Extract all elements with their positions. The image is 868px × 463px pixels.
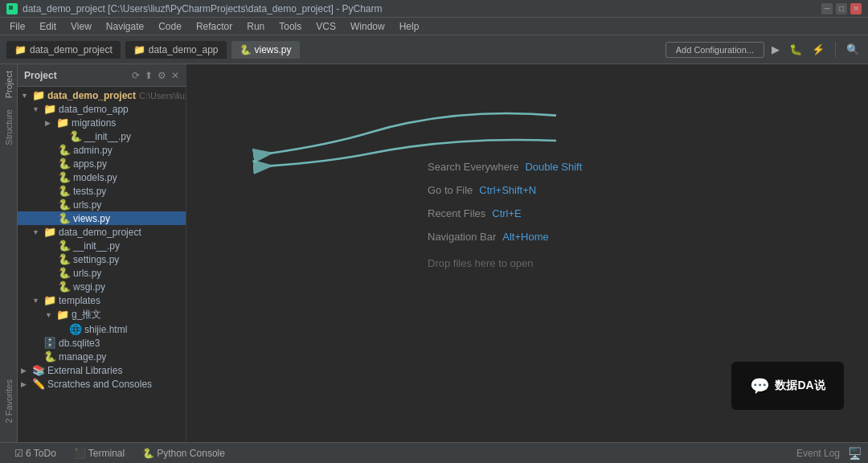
tree-external-libs[interactable]: ▶ 📚 External Libraries (18, 363, 186, 377)
project-strip-label[interactable]: Project (2, 68, 15, 101)
watermark: 💬 数据DA说 (731, 362, 844, 410)
manage-py-icon: 🐍 (43, 350, 56, 363)
tree-data-demo-app[interactable]: ▼ 📁 data_demo_app (18, 102, 186, 116)
html-file-icon: 🌐 (69, 323, 82, 335)
wsgi-py-icon: 🐍 (58, 281, 71, 293)
event-log-label[interactable]: Event Log (796, 448, 840, 459)
tree-init-py[interactable]: 🐍 __init__.py (18, 129, 186, 143)
tab-terminal[interactable]: ⬛ Terminal (66, 446, 133, 461)
menu-view[interactable]: View (64, 19, 98, 34)
menu-refactor[interactable]: Refactor (190, 19, 239, 34)
shortcut-nav-label: Navigation Bar (428, 231, 496, 243)
sync-icon[interactable]: ⟳ (132, 70, 140, 81)
g-tuiwen-folder-icon: 📁 (56, 309, 69, 321)
tree-apps-py[interactable]: 🐍 apps.py (18, 157, 186, 170)
maximize-button[interactable]: □ (836, 3, 847, 14)
tree-settings-py[interactable]: 🐍 settings.py (18, 252, 186, 266)
templates-folder-icon: 📁 (43, 294, 56, 306)
menu-window[interactable]: Window (344, 19, 391, 34)
menu-vcs[interactable]: VCS (309, 19, 342, 34)
tree-shijie-html[interactable]: 🌐 shijie.html (18, 322, 186, 336)
shortcut-nav-bar: Navigation Bar Alt+Home (428, 231, 582, 243)
admin-py-icon: 🐍 (58, 144, 71, 156)
ext-libs-icon: 📚 (32, 364, 45, 376)
tree-root[interactable]: ▼ 📁 data_demo_project C:\Users\liuzf\ (18, 88, 186, 102)
debug-icon[interactable]: 🐛 (787, 41, 805, 58)
tree-admin-py[interactable]: 🐍 admin.py (18, 143, 186, 157)
terminal-label: Terminal (88, 448, 125, 459)
migrations-arrow: ▶ (45, 119, 56, 127)
tab-data-demo-project[interactable]: 📁 data_demo_project (6, 41, 121, 59)
run-icon[interactable]: ▶ (769, 41, 782, 58)
favorites-strip-label[interactable]: 2 Favorites (2, 376, 15, 426)
pycharm-icon (6, 3, 18, 14)
app-folder-icon: 📁 (43, 103, 56, 115)
root-arrow: ▼ (21, 92, 32, 100)
tree-migrations[interactable]: ▶ 📁 migrations (18, 116, 186, 129)
folder-icon2: 📁 (133, 44, 145, 55)
tab-data-demo-app[interactable]: 📁 data_demo_app (125, 41, 227, 59)
app-arrow: ▼ (32, 105, 43, 113)
init-py-icon: 🐍 (69, 130, 82, 142)
minimize-button[interactable]: ─ (821, 3, 833, 14)
run-config-button[interactable]: Add Configuration... (665, 42, 764, 58)
left-strip: Project Structure 2 Favorites (0, 64, 18, 442)
menu-edit[interactable]: Edit (33, 19, 63, 34)
tree-wsgi-py[interactable]: 🐍 wsgi.py (18, 280, 186, 293)
python-console-label: Python Console (157, 448, 225, 459)
close-button[interactable]: ✕ (850, 3, 862, 14)
tree-urls-py-proj[interactable]: 🐍 urls.py (18, 266, 186, 280)
tree-db-sqlite3[interactable]: 🗄️ db.sqlite3 (18, 336, 186, 350)
bottom-right: Event Log 🖥️ (796, 447, 862, 460)
tab-views-py[interactable]: 🐍 views.py (231, 41, 300, 59)
terminal-icon: ⬛ (74, 448, 86, 459)
main-layout: Project Structure 2 Favorites Project ⟳ … (0, 64, 868, 442)
tree-scratches[interactable]: ▶ ✏️ Scratches and Consoles (18, 377, 186, 391)
shortcuts-panel: Search Everywhere Double Shift Go to Fil… (428, 161, 582, 269)
search-icon[interactable]: 🔍 (844, 41, 862, 58)
shortcut-goto-key: Ctrl+Shift+N (479, 184, 536, 196)
models-py-icon: 🐍 (58, 171, 71, 183)
init-py2-icon: 🐍 (58, 240, 71, 252)
menu-help[interactable]: Help (393, 19, 426, 34)
python-console-icon: 🐍 (142, 448, 154, 459)
shortcut-recent-label: Recent Files (428, 207, 485, 219)
menu-file[interactable]: File (3, 19, 31, 34)
tree-g-tuiwen[interactable]: ▼ 📁 g_推文 (18, 307, 186, 322)
project-panel-header: Project ⟳ ⬆ ⚙ ✕ (18, 64, 186, 87)
tree-data-demo-project-sub[interactable]: ▼ 📁 data_demo_project (18, 225, 186, 239)
menu-code[interactable]: Code (152, 19, 188, 34)
shortcut-search-everywhere: Search Everywhere Double Shift (428, 161, 582, 173)
shortcut-search-label: Search Everywhere (428, 161, 518, 173)
folder-icon: 📁 (14, 44, 27, 55)
coverage-icon[interactable]: ⚡ (809, 41, 827, 58)
menu-navigate[interactable]: Navigate (100, 19, 150, 34)
settings-icon[interactable]: ⚙ (158, 70, 166, 81)
tab-todo[interactable]: ☑ 6 ToDo (6, 446, 64, 461)
menu-run[interactable]: Run (240, 19, 271, 34)
scratches-icon: ✏️ (32, 378, 45, 390)
project-tree[interactable]: ▼ 📁 data_demo_project C:\Users\liuzf\ ▼ … (18, 87, 186, 442)
tests-py-icon: 🐍 (58, 185, 71, 197)
tree-models-py[interactable]: 🐍 models.py (18, 170, 186, 184)
collapse-icon[interactable]: ⬆ (145, 70, 153, 81)
tree-manage-py[interactable]: 🐍 manage.py (18, 350, 186, 363)
tab-python-console[interactable]: 🐍 Python Console (134, 446, 233, 461)
structure-strip-label[interactable]: Structure (2, 106, 15, 149)
urls-py-proj-icon: 🐍 (58, 267, 71, 279)
title-bar-left: data_demo_project [C:\Users\liuzf\PyChar… (6, 3, 383, 14)
todo-label: 6 ToDo (26, 448, 56, 459)
db-file-icon: 🗄️ (43, 337, 56, 349)
close-panel-icon[interactable]: ✕ (171, 70, 179, 81)
svg-rect-1 (9, 6, 13, 10)
shortcut-goto-label: Go to File (428, 184, 473, 196)
screen-reader-info: 🖥️ (848, 447, 862, 460)
shortcut-recent-key: Ctrl+E (492, 207, 521, 219)
menu-tools[interactable]: Tools (272, 19, 308, 34)
tree-init-py2[interactable]: 🐍 __init__.py (18, 239, 186, 252)
tree-templates[interactable]: ▼ 📁 templates (18, 293, 186, 307)
toolbar-separator (835, 42, 836, 58)
tree-urls-py-app[interactable]: 🐍 urls.py (18, 198, 186, 211)
tree-tests-py[interactable]: 🐍 tests.py (18, 184, 186, 198)
tree-views-py[interactable]: 🐍 views.py (18, 211, 186, 225)
